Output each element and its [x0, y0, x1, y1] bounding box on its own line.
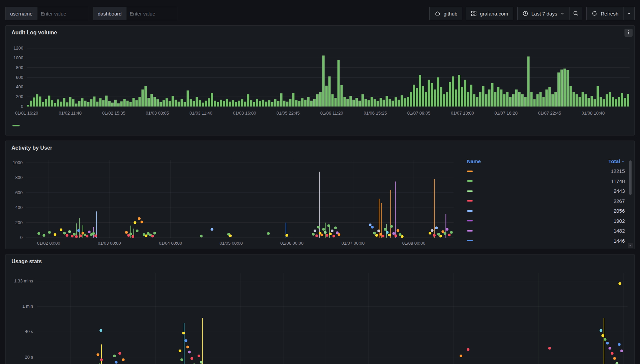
- panel-header: Activity by User: [6, 141, 634, 155]
- svg-text:01/07 00:00: 01/07 00:00: [342, 241, 365, 246]
- zoom-out-button[interactable]: [570, 7, 582, 20]
- svg-text:01/08 10:40: 01/08 10:40: [582, 111, 605, 116]
- svg-text:200: 200: [16, 94, 23, 99]
- scroll-down-icon[interactable]: [628, 243, 633, 248]
- panel-usage-stats: Usage stats 1.33 mins1 min40 s20 s: [5, 254, 635, 364]
- github-link-button[interactable]: github: [429, 7, 462, 20]
- series-color-swatch: [467, 220, 473, 221]
- legend-table-row[interactable]: 12215: [464, 166, 634, 176]
- svg-text:600: 600: [15, 190, 23, 195]
- panel-menu-button[interactable]: [624, 29, 633, 37]
- panel-title-usage[interactable]: Usage stats: [11, 259, 42, 265]
- audit-legend: [6, 117, 634, 126]
- activity-panel-body: 0200400600800100001/02 00:0001/03 00:000…: [6, 155, 634, 249]
- svg-text:1200: 1200: [13, 46, 23, 51]
- svg-text:0: 0: [21, 104, 23, 109]
- legend-table-row[interactable]: 1446: [464, 236, 634, 246]
- panel-title-audit[interactable]: Audit Log volume: [11, 30, 57, 36]
- legend-table-row[interactable]: 11748: [464, 176, 634, 186]
- variable-dashboard: dashboard: [93, 7, 177, 20]
- svg-text:20 s: 20 s: [25, 355, 33, 360]
- svg-text:40 s: 40 s: [25, 329, 33, 334]
- svg-text:01/03 16:00: 01/03 16:00: [233, 111, 256, 116]
- legend-table-header: Name Total: [464, 158, 634, 166]
- series-color-swatch: [467, 240, 473, 241]
- svg-text:01/08 00:00: 01/08 00:00: [402, 241, 426, 246]
- chevron-down-icon: [560, 11, 565, 16]
- svg-text:01/05 00:00: 01/05 00:00: [220, 241, 243, 246]
- panel-header: Usage stats: [6, 254, 634, 269]
- refresh-button[interactable]: Refresh: [586, 7, 623, 20]
- grafana-com-button[interactable]: grafana.com: [466, 7, 513, 20]
- variable-dashboard-input[interactable]: [126, 7, 177, 20]
- series-color-swatch: [467, 230, 473, 232]
- series-color-swatch: [467, 210, 473, 212]
- legend-table-row[interactable]: 2267: [464, 196, 634, 206]
- legend-table-row[interactable]: 2443: [464, 186, 634, 196]
- apps-grid-icon: [471, 10, 477, 17]
- sort-desc-icon: [621, 158, 625, 164]
- svg-text:1000: 1000: [13, 160, 23, 165]
- audit-bar-chart-canvas[interactable]: 02004006008001000120001/01 16:2001/02 11…: [6, 40, 634, 117]
- activity-legend-table: Name Total 12215117482443226720561902148…: [464, 158, 634, 248]
- svg-text:400: 400: [15, 205, 23, 210]
- svg-text:01/05 22:45: 01/05 22:45: [277, 111, 300, 116]
- svg-text:01/03 08:05: 01/03 08:05: [146, 111, 169, 116]
- legend-table-row[interactable]: 2056: [464, 206, 634, 216]
- legend-table-row[interactable]: 1902: [464, 216, 634, 226]
- svg-text:200: 200: [15, 220, 23, 225]
- svg-text:01/07 22:45: 01/07 22:45: [538, 111, 561, 116]
- table-scrollbar-thumb[interactable]: [629, 160, 632, 195]
- svg-text:01/06 11:20: 01/06 11:20: [320, 111, 343, 116]
- svg-text:01/03 11:40: 01/03 11:40: [190, 111, 212, 116]
- svg-text:01/06 00:00: 01/06 00:00: [280, 241, 303, 246]
- svg-text:0: 0: [20, 235, 23, 240]
- column-header-name[interactable]: Name: [467, 158, 481, 164]
- series-total: 12215: [611, 168, 625, 174]
- panel-header: Audit Log volume: [6, 26, 634, 40]
- usage-scatter-chart-canvas[interactable]: 1.33 mins1 min40 s20 s: [6, 269, 634, 364]
- refresh-icon: [591, 10, 598, 17]
- column-header-total[interactable]: Total: [608, 158, 625, 164]
- svg-text:01/07 13:00: 01/07 13:00: [451, 111, 474, 116]
- series-color-swatch: [467, 180, 473, 182]
- refresh-button-label: Refresh: [601, 11, 618, 17]
- series-color-swatch: [467, 171, 473, 172]
- svg-text:01/06 15:25: 01/06 15:25: [364, 111, 387, 116]
- clock-icon: [522, 10, 528, 17]
- variable-username-label: username: [5, 7, 37, 20]
- legend-table-row[interactable]: 1482: [464, 226, 634, 236]
- panel-activity-by-user: Activity by User 0200400600800100001/02 …: [5, 141, 635, 249]
- svg-text:800: 800: [16, 65, 23, 70]
- time-controls-group: Last 7 days: [517, 7, 583, 20]
- svg-text:01/02 11:40: 01/02 11:40: [59, 111, 82, 116]
- series-color-swatch: [467, 190, 473, 192]
- svg-text:01/02 15:35: 01/02 15:35: [102, 111, 125, 116]
- legend-table-rows: 1221511748244322672056190214821446: [464, 166, 634, 246]
- panel-title-activity[interactable]: Activity by User: [11, 145, 52, 151]
- refresh-group: Refresh: [586, 7, 635, 20]
- svg-text:600: 600: [16, 75, 23, 80]
- variable-username: username: [5, 7, 88, 20]
- variable-dashboard-label: dashboard: [93, 7, 126, 20]
- chevron-down-icon: [627, 11, 631, 16]
- series-total: 2056: [614, 208, 625, 214]
- cloud-icon: [434, 10, 440, 17]
- series-total: 1482: [614, 228, 625, 234]
- svg-text:01/03 00:00: 01/03 00:00: [98, 241, 121, 246]
- variable-username-input[interactable]: [37, 7, 88, 20]
- series-legend-swatch[interactable]: [12, 125, 20, 126]
- series-total: 2443: [614, 188, 625, 194]
- series-color-swatch: [467, 200, 473, 202]
- table-scrollbar-track[interactable]: [629, 160, 632, 241]
- svg-text:01/04 00:00: 01/04 00:00: [159, 241, 182, 246]
- dashboard-toolbar: username dashboard github grafana.com La…: [5, 7, 635, 20]
- refresh-interval-dropdown[interactable]: [623, 7, 635, 20]
- svg-text:01/01 16:20: 01/01 16:20: [15, 111, 38, 116]
- svg-text:800: 800: [15, 175, 23, 180]
- activity-scatter-chart-canvas[interactable]: 0200400600800100001/02 00:0001/03 00:000…: [6, 155, 458, 249]
- zoom-out-icon: [573, 10, 579, 17]
- time-range-picker[interactable]: Last 7 days: [517, 7, 570, 20]
- svg-text:01/02 00:00: 01/02 00:00: [37, 241, 60, 246]
- svg-text:1.33 mins: 1.33 mins: [14, 278, 33, 283]
